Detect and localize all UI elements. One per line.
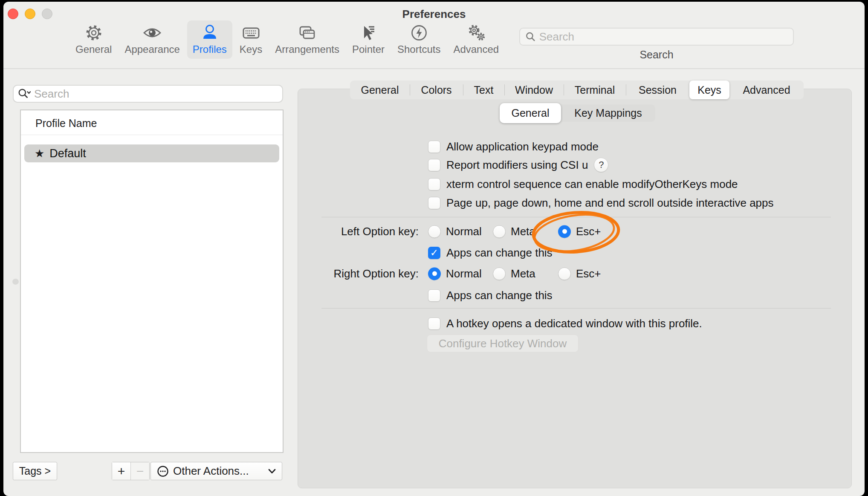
preferences-window: Preferences General Appearance Profi — [3, 2, 865, 496]
toolbar-item-shortcuts[interactable]: Shortcuts — [392, 20, 446, 59]
other-actions-label: Other Actions... — [173, 464, 264, 478]
checkbox-label: xterm control sequence can enable modify… — [446, 178, 738, 191]
tab-general[interactable]: General — [350, 81, 410, 99]
section-divider — [321, 217, 831, 217]
radio-label: Normal — [446, 267, 482, 280]
search-scope-icon — [18, 88, 31, 100]
profile-list-column-header: Profile Name — [21, 110, 283, 135]
left-option-label: Left Option key: — [341, 225, 419, 238]
tags-button[interactable]: Tags > — [13, 462, 57, 480]
sidebar-bottom-bar: Tags > + − Other Actions... — [3, 462, 302, 480]
splitter-dot — [12, 279, 19, 285]
toolbar-search-field[interactable] — [519, 28, 794, 46]
checkbox-row: Report modifiers using CSI u ? — [428, 158, 608, 172]
left-option-row: Left Option key: Normal Meta Esc+ — [298, 224, 851, 239]
checkbox-label: Allow application keypad mode — [446, 140, 599, 153]
toolbar-item-profiles[interactable]: Profiles — [187, 20, 232, 59]
list-header-divider — [21, 135, 283, 135]
tab-session[interactable]: Session — [626, 81, 689, 99]
toolbar-item-advanced[interactable]: Advanced — [448, 20, 504, 59]
checkbox-row: Page up, page down, home and end scroll … — [428, 196, 774, 210]
windows-icon — [298, 23, 317, 43]
checkbox-label: Apps can change this — [446, 289, 553, 302]
left-apps-change-checkbox[interactable]: ✓ — [428, 247, 440, 259]
tab-colors[interactable]: Colors — [410, 81, 463, 99]
right-option-meta-radio[interactable] — [493, 267, 506, 280]
right-option-row: Right Option key: Normal Meta Esc+ — [298, 266, 851, 281]
toolbar-item-appearance[interactable]: Appearance — [119, 20, 185, 59]
toolbar-label: Appearance — [124, 43, 179, 55]
add-profile-button[interactable]: + — [112, 462, 131, 480]
profile-list: Profile Name ★ Default — [20, 110, 284, 453]
left-option-meta-radio[interactable] — [493, 225, 506, 238]
ellipsis-circle-icon — [157, 465, 169, 477]
toolbar-label: Profiles — [193, 43, 227, 55]
subtab-general[interactable]: General — [500, 103, 561, 123]
modifyotherkeys-checkbox[interactable] — [428, 178, 440, 190]
csi-u-checkbox[interactable] — [428, 159, 440, 171]
left-option-normal-radio[interactable] — [428, 225, 441, 238]
profile-search-field[interactable] — [13, 85, 283, 103]
checkbox-label: Report modifiers using CSI u — [446, 159, 588, 172]
toolbar-item-arrangements[interactable]: Arrangements — [269, 20, 345, 59]
section-divider — [321, 308, 831, 309]
checkbox-row: Apps can change this — [428, 288, 553, 303]
toolbar-label: Keys — [240, 43, 262, 55]
toolbar-label: Shortcuts — [397, 43, 440, 55]
checkbox-label: Page up, page down, home and end scroll … — [446, 196, 774, 210]
preferences-toolbar: General Appearance Profiles K — [70, 20, 504, 59]
toolbar-item-keys[interactable]: Keys — [234, 20, 268, 59]
window-title: Preferences — [3, 8, 865, 21]
right-apps-change-checkbox[interactable] — [428, 289, 440, 302]
help-button[interactable]: ? — [594, 158, 608, 172]
toolbar-search-input[interactable] — [539, 30, 788, 43]
search-icon — [525, 31, 536, 42]
tab-window[interactable]: Window — [504, 81, 564, 99]
toolbar-divider — [3, 68, 865, 69]
hotkey-window-checkbox[interactable] — [428, 317, 440, 330]
configure-hotkey-window-button[interactable]: Configure Hotkey Window — [427, 335, 579, 352]
profile-search-input[interactable] — [34, 87, 278, 101]
gear-icon — [84, 23, 104, 43]
page-scroll-checkbox[interactable] — [428, 197, 440, 209]
left-option-esc-radio[interactable] — [558, 225, 571, 238]
toolbar-label: Arrangements — [275, 43, 339, 55]
right-option-esc-radio[interactable] — [558, 267, 571, 280]
right-option-label: Right Option key: — [334, 267, 419, 280]
profile-row-default[interactable]: ★ Default — [24, 144, 279, 162]
other-actions-dropdown[interactable]: Other Actions... — [150, 462, 282, 480]
toolbar-item-pointer[interactable]: Pointer — [347, 20, 390, 59]
tab-keys[interactable]: Keys — [689, 81, 729, 99]
radio-label: Normal — [446, 225, 482, 238]
right-option-normal-radio[interactable] — [428, 267, 441, 280]
profile-settings-panel: General Colors Text Window Terminal Sess… — [298, 89, 852, 488]
toolbar-item-general[interactable]: General — [70, 20, 117, 59]
toolbar-label: Pointer — [352, 43, 385, 55]
remove-profile-button[interactable]: − — [131, 462, 149, 480]
profile-tabs: General Colors Text Window Terminal Sess… — [350, 81, 804, 99]
person-icon — [200, 23, 220, 43]
radio-label: Meta — [511, 267, 535, 280]
keyboard-icon — [241, 23, 261, 43]
checkbox-label: Apps can change this — [446, 246, 553, 260]
eye-icon — [142, 23, 162, 43]
subtab-key-mappings[interactable]: Key Mappings — [561, 104, 655, 122]
toolbar-label: Advanced — [453, 43, 499, 55]
tab-terminal[interactable]: Terminal — [564, 81, 626, 99]
tab-text[interactable]: Text — [463, 81, 504, 99]
radio-label: Meta — [511, 225, 535, 238]
cursor-icon — [359, 23, 378, 43]
chevron-down-icon — [268, 469, 276, 474]
radio-label: Esc+ — [576, 225, 601, 238]
profile-name: Default — [49, 147, 86, 160]
checkbox-label: A hotkey opens a dedicated window with t… — [446, 317, 702, 330]
checkbox-row: Allow application keypad mode — [428, 139, 599, 154]
keys-subtabs: General Key Mappings — [500, 104, 655, 122]
tab-advanced[interactable]: Advanced — [729, 81, 804, 99]
default-star-icon: ★ — [35, 147, 44, 160]
radio-label: Esc+ — [576, 267, 601, 280]
checkbox-row: ✓ Apps can change this — [428, 245, 553, 260]
checkbox-row: A hotkey opens a dedicated window with t… — [428, 316, 702, 331]
allow-keypad-checkbox[interactable] — [428, 141, 440, 153]
bolt-circle-icon — [409, 23, 429, 43]
